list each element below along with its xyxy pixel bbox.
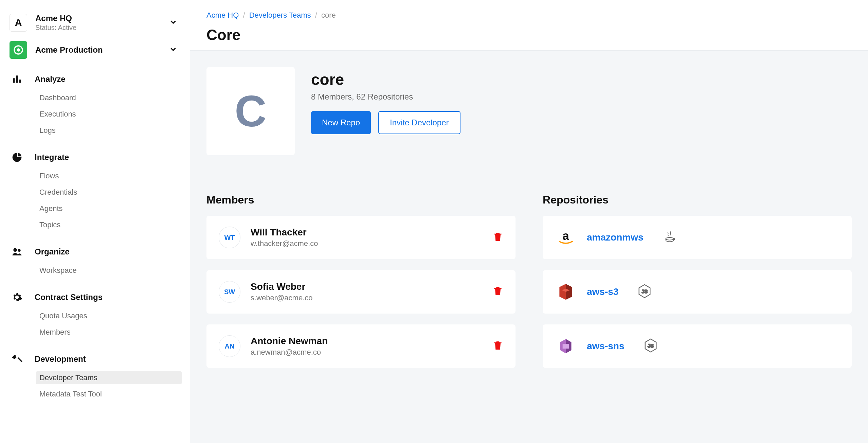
avatar: AN: [219, 335, 240, 357]
org-name: Acme Production: [35, 45, 182, 55]
team-name: core: [311, 70, 460, 89]
nav-section-organize: Organize Workspace: [10, 246, 182, 277]
repo-card[interactable]: a amazonmws: [543, 216, 852, 259]
amazon-logo-icon: a: [555, 227, 577, 248]
nav-header-organize[interactable]: Organize: [10, 246, 182, 257]
bar-chart-icon: [11, 74, 23, 85]
team-meta: 8 Members, 62 Repositories: [311, 92, 460, 102]
svg-point-8: [666, 237, 673, 240]
nav-item-members[interactable]: Members: [36, 326, 182, 339]
org-name: Acme HQ: [35, 14, 182, 23]
svg-text:a: a: [562, 229, 569, 242]
delete-member-button[interactable]: [492, 339, 503, 353]
member-name: Antonie Newman: [251, 336, 482, 347]
tools-icon: [11, 354, 23, 365]
team-header: C core 8 Members, 62 Repositories New Re…: [206, 67, 852, 177]
nav-item-credentials[interactable]: Credentials: [36, 186, 182, 199]
nodejs-icon: JS: [643, 338, 658, 355]
people-icon: [11, 246, 23, 257]
member-card[interactable]: AN Antonie Newman a.newman@acme.co: [206, 324, 516, 368]
repositories-heading: Repositories: [543, 194, 852, 206]
avatar: WT: [219, 227, 240, 248]
member-name: Sofia Weber: [251, 281, 482, 292]
nav-item-metadata-test-tool[interactable]: Metadata Test Tool: [36, 388, 182, 401]
pie-chart-icon: [11, 152, 23, 163]
avatar: SW: [219, 281, 240, 303]
org-switcher-acme-production[interactable]: Acme Production: [10, 41, 182, 59]
nav-section-contract: Contract Settings Quota Usages Members: [10, 292, 182, 339]
svg-text:JS: JS: [642, 289, 648, 294]
nav-item-workspace[interactable]: Workspace: [36, 264, 182, 277]
aws-sns-logo-icon: [555, 335, 577, 357]
nav-item-dashboard[interactable]: Dashboard: [36, 91, 182, 104]
main: Acme HQ / Developers Teams / core Core C…: [190, 0, 868, 443]
org-switcher-acme-hq[interactable]: A Acme HQ Status: Active: [10, 14, 182, 32]
delete-member-button[interactable]: [492, 231, 503, 244]
nav-item-logs[interactable]: Logs: [36, 124, 182, 137]
nav-header-contract[interactable]: Contract Settings: [10, 292, 182, 303]
member-card[interactable]: SW Sofia Weber s.weber@acme.co: [206, 270, 516, 314]
member-email: w.thacker@acme.co: [251, 239, 482, 248]
org-logo-icon: A: [10, 14, 27, 32]
nav-item-quota-usages[interactable]: Quota Usages: [36, 309, 182, 322]
breadcrumb-root[interactable]: Acme HQ: [206, 11, 239, 19]
svg-text:JS: JS: [648, 343, 654, 349]
invite-developer-button[interactable]: Invite Developer: [378, 111, 460, 134]
repo-name: amazonmws: [587, 232, 644, 243]
member-card[interactable]: WT Will Thacker w.thacker@acme.co: [206, 216, 516, 259]
nav-item-agents[interactable]: Agents: [36, 202, 182, 215]
content: C core 8 Members, 62 Repositories New Re…: [190, 50, 868, 443]
chevron-down-icon: [169, 18, 178, 28]
org-logo-icon: [10, 41, 27, 59]
sidebar: A Acme HQ Status: Active Acme Production…: [0, 0, 190, 443]
members-column: Members WT Will Thacker w.thacker@acme.c…: [206, 194, 516, 379]
page-title: Core: [206, 26, 852, 43]
nav-header-integrate[interactable]: Integrate: [10, 152, 182, 163]
svg-point-5: [13, 248, 17, 252]
svg-rect-3: [16, 75, 18, 83]
nav-item-topics[interactable]: Topics: [36, 218, 182, 231]
topbar: Acme HQ / Developers Teams / core Core: [190, 0, 868, 50]
repo-card[interactable]: aws-s3 JS: [543, 270, 852, 314]
member-email: a.newman@acme.co: [251, 348, 482, 357]
breadcrumb-level1[interactable]: Developers Teams: [249, 11, 311, 19]
svg-rect-4: [19, 79, 21, 83]
nav-header-development[interactable]: Development: [10, 354, 182, 365]
nav-item-executions[interactable]: Executions: [36, 108, 182, 121]
svg-point-1: [17, 48, 20, 51]
org-status: Status: Active: [35, 24, 182, 32]
member-name: Will Thacker: [251, 227, 482, 238]
nav-section-analyze: Analyze Dashboard Executions Logs: [10, 74, 182, 137]
aws-s3-logo-icon: [555, 281, 577, 303]
svg-rect-10: [563, 344, 569, 349]
repositories-column: Repositories a amazonmws aws-s3: [543, 194, 852, 379]
chevron-down-icon: [169, 45, 178, 55]
repo-card[interactable]: aws-sns JS: [543, 324, 852, 368]
repo-name: aws-s3: [587, 286, 618, 297]
gear-icon: [11, 292, 23, 303]
java-icon: [662, 229, 677, 246]
member-email: s.weber@acme.co: [251, 294, 482, 302]
nav-item-flows[interactable]: Flows: [36, 170, 182, 182]
svg-point-6: [18, 249, 21, 252]
nav-section-integrate: Integrate Flows Credentials Agents Topic…: [10, 152, 182, 231]
breadcrumb-current: core: [321, 11, 336, 19]
nav-item-developer-teams[interactable]: Developer Teams: [36, 371, 182, 384]
team-avatar: C: [206, 67, 295, 155]
breadcrumb: Acme HQ / Developers Teams / core: [206, 11, 852, 20]
nav-header-analyze[interactable]: Analyze: [10, 74, 182, 85]
members-heading: Members: [206, 194, 516, 206]
delete-member-button[interactable]: [492, 285, 503, 299]
repo-name: aws-sns: [587, 341, 625, 352]
new-repo-button[interactable]: New Repo: [311, 111, 371, 134]
nav-section-development: Development Developer Teams Metadata Tes…: [10, 354, 182, 401]
nodejs-icon: JS: [637, 283, 652, 300]
svg-rect-2: [13, 78, 15, 83]
